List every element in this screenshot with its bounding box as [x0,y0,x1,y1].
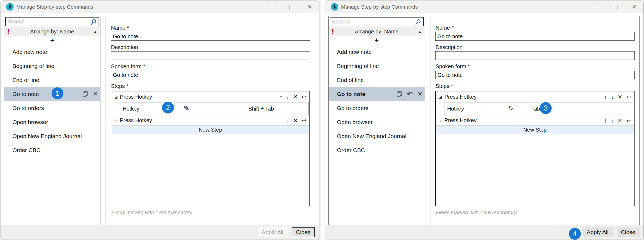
sidebar-item-open-new-england-journal[interactable]: Open New England Journal [329,129,425,143]
delete-step-icon[interactable]: ✕ [293,118,298,123]
reset-step-icon[interactable]: ↩ [302,118,306,123]
reset-step-icon[interactable]: ↩ [626,94,631,100]
expand-step-icon[interactable]: ▷ [114,118,120,123]
step-press-hotkey-expanded[interactable]: ◢ Press Hotkey ↑ ↓ ✕ ↩ [436,91,634,102]
sidebar-item-open-new-england-journal[interactable]: Open New England Journal [4,129,100,143]
edit-hotkey-icon[interactable]: ✎ [184,104,190,113]
step-press-hotkey-expanded[interactable]: ◢ Press Hotkey ↑ ↓ ✕ ↩ [111,91,309,102]
annotation-badge-2: 2 [162,102,174,114]
steps-list: ◢ Press Hotkey ↑ ↓ ✕ ↩ Hotkey ✎ Tab ▷ Pr… [435,91,635,206]
minimize-icon [595,7,599,7]
name-field[interactable] [435,32,635,41]
sidebar-item-beginning-of-line[interactable]: Beginning of line [4,59,100,73]
spoken-form-label: Spoken form * [111,63,145,70]
search-box [330,17,424,26]
delete-step-icon[interactable]: ✕ [293,94,298,100]
search-icon[interactable] [414,19,422,26]
arrange-by-label: Arrange by: Name [329,29,425,35]
add-command-button[interactable]: + [329,36,425,45]
dragon-app-icon [6,3,14,11]
command-detail-panel: Name * Description Spoken form * Steps *… [430,16,640,226]
name-label: Name * [111,25,129,31]
steps-list: ◢ Press Hotkey ↑ ↓ ✕ ↩ Hotkey ✎ Shift + … [111,91,310,206]
annotation-badge-3: 3 [540,102,552,114]
minimize-button[interactable] [591,3,603,11]
delete-step-icon[interactable]: ✕ [618,94,622,100]
close-button[interactable]: Close [292,227,315,237]
search-icon[interactable] [90,19,97,26]
name-field[interactable] [111,32,310,41]
delete-command-icon[interactable]: ✕ [93,90,98,98]
annotation-badge-4: 4 [569,228,581,240]
description-field[interactable] [111,51,310,60]
close-window-button[interactable]: ✕ [304,3,316,11]
search-input[interactable] [330,18,423,26]
close-button[interactable]: Close [617,227,639,237]
hotkey-field-label: Hotkey [444,102,484,115]
apply-all-button[interactable]: Apply All [258,227,288,237]
sidebar-item-beginning-of-line[interactable]: Beginning of line [329,59,425,73]
undo-changes-icon[interactable]: ↶ [407,91,413,98]
close-window-button[interactable]: ✕ [628,3,640,11]
sidebar-item-order-cbc[interactable]: Order CBC [329,143,425,157]
sidebar-item-order-cbc[interactable]: Order CBC [4,143,100,157]
search-input[interactable] [6,18,99,26]
titlebar[interactable]: Manage Step-by-step Commands ✕ [325,1,643,13]
command-list-panel: ! Arrange by: Name ▲ + Add new note Begi… [4,16,100,226]
move-step-down-icon[interactable]: ↓ [286,118,289,123]
spoken-form-field[interactable] [111,71,310,79]
collapse-step-icon[interactable]: ◢ [439,95,444,99]
hotkey-value[interactable]: Tab [531,106,540,112]
copy-command-icon[interactable] [82,91,88,97]
sidebar-item-open-browser[interactable]: Open browser [4,115,100,129]
edit-hotkey-icon[interactable]: ✎ [508,104,514,113]
move-step-up-icon[interactable]: ↑ [604,118,607,123]
description-label: Description [111,44,138,50]
sidebar-item-go-to-orders[interactable]: Go to orders [4,101,100,115]
sidebar-item-add-new-note[interactable]: Add new note [4,45,100,59]
delete-command-icon[interactable]: ✕ [417,90,423,98]
collapse-step-icon[interactable]: ◢ [114,95,120,99]
description-label: Description [436,44,463,50]
arrange-by-header[interactable]: ! Arrange by: Name ▲ [4,27,100,36]
move-step-up-icon[interactable]: ↑ [279,118,282,123]
description-field[interactable] [435,51,635,60]
new-step-button[interactable]: New Step [436,126,634,134]
command-detail-panel: Name * Description Spoken form * Steps *… [106,16,315,226]
window-manage-commands-after: Manage Step-by-step Commands ✕ ! Arrange… [325,1,644,239]
reset-step-icon[interactable]: ↩ [302,94,306,100]
spoken-form-field[interactable] [435,71,635,79]
window-title: Manage Step-by-step Commands [341,1,418,13]
sidebar-item-end-of-line[interactable]: End of line [329,73,425,87]
move-step-up-icon[interactable]: ↑ [279,94,282,100]
move-step-up-icon[interactable]: ↑ [604,94,607,100]
minimize-button[interactable] [266,3,278,11]
name-label: Name * [436,25,454,31]
sidebar-item-go-to-note-selected[interactable]: Go to note ↶ ✕ [329,87,425,101]
step-press-hotkey-collapsed[interactable]: ▷ Press Hotkey ↑ ↓ ✕ ↩ [111,115,309,126]
mandatory-fields-note: Fields marked with * are mandatory [436,210,517,215]
arrange-by-header[interactable]: ! Arrange by: Name ▲ [329,27,425,36]
move-step-down-icon[interactable]: ↓ [286,94,289,100]
expand-step-icon[interactable]: ▷ [439,118,444,123]
hotkey-value[interactable]: Shift + Tab [248,106,274,112]
reset-step-icon[interactable]: ↩ [626,118,631,123]
move-step-down-icon[interactable]: ↓ [611,118,613,123]
maximize-button[interactable] [285,3,297,11]
sidebar-item-add-new-note[interactable]: Add new note [329,45,425,59]
copy-command-icon[interactable] [396,91,402,97]
sidebar-item-go-to-orders[interactable]: Go to orders [329,101,425,115]
apply-all-button[interactable]: Apply All [583,227,613,237]
new-step-button[interactable]: New Step [111,126,309,134]
dialog-footer: Apply All Close [325,225,643,239]
step-press-hotkey-collapsed[interactable]: ▷ Press Hotkey ↑ ↓ ✕ ↩ [436,115,634,126]
add-command-button[interactable]: + [4,36,100,45]
maximize-button[interactable] [609,3,622,11]
sidebar-item-open-browser[interactable]: Open browser [329,115,425,129]
move-step-down-icon[interactable]: ↓ [611,94,613,100]
titlebar[interactable]: Manage Step-by-step Commands ✕ [1,1,319,13]
sidebar-item-end-of-line[interactable]: End of line [4,73,100,87]
close-icon: ✕ [307,4,312,10]
delete-step-icon[interactable]: ✕ [618,118,622,123]
mandatory-fields-note: Fields marked with * are mandatory [111,210,192,215]
